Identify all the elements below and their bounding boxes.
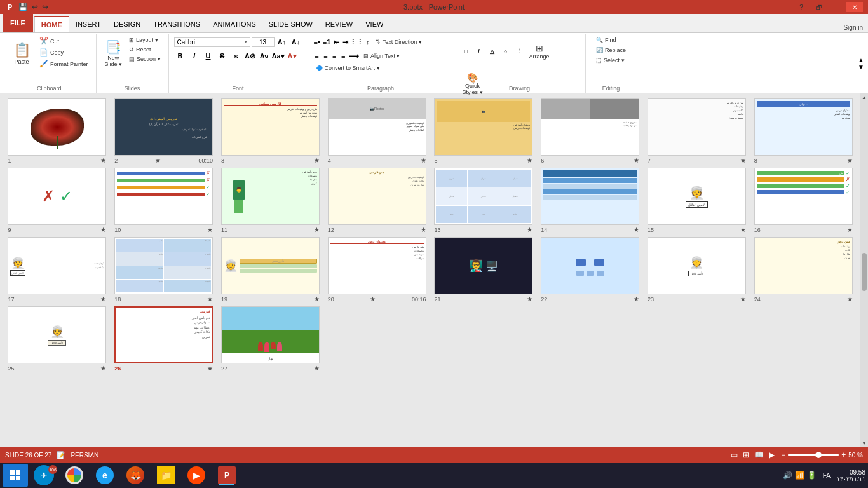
- slide-item[interactable]: متن فارسى توضيحات درسنکات کلیدیمثال و تم…: [325, 168, 429, 233]
- quick-access-undo[interactable]: ↩: [32, 3, 38, 11]
- select-button[interactable]: ⬚Select ▾: [593, 56, 628, 65]
- shape-more[interactable]: ⋮: [513, 45, 526, 58]
- slide-item[interactable]: ✗ ✓ 9 ★: [5, 168, 109, 233]
- slides-panel[interactable]: 1 ★ تدريس المفردات تدريب على القرآن (1) …: [0, 93, 860, 447]
- slide-item[interactable]: فهرست نام دانش آموز عنوان درس مطالب مهم …: [112, 306, 216, 372]
- slide-item[interactable]: محتوای درس متن فارسىتوضيحاتنمونه متنسوال…: [325, 237, 429, 302]
- cut-button[interactable]: ✂️ Cut: [37, 36, 91, 46]
- convert-smartart-button[interactable]: 🔷Convert to SmartArt ▾: [313, 64, 383, 72]
- tab-view[interactable]: VIEW: [359, 16, 390, 32]
- shape-oval[interactable]: ○: [499, 45, 512, 58]
- slide-item[interactable]: 👨 درس آموزشىتوضيحاتمثال هاتمرين 11 ★: [219, 168, 323, 233]
- tab-animations[interactable]: ANIMATIONS: [207, 16, 262, 32]
- tab-insert[interactable]: INSERT: [69, 16, 107, 32]
- paste-button[interactable]: 📋 Paste: [8, 36, 36, 71]
- slide-item[interactable]: تدريس المفردات تدريب على القرآن (1) المف…: [112, 98, 216, 164]
- slide-item[interactable]: محتوای صفحهمتن توضيحات 6 ★: [538, 98, 642, 164]
- slide-item[interactable]: عنوان محتوای درستوضيحات اضافینمونه متن 8…: [751, 98, 855, 164]
- help-button[interactable]: ?: [793, 2, 810, 12]
- text-direction-button[interactable]: ⇅Text Direction ▾: [373, 37, 449, 46]
- zoom-slider[interactable]: [788, 454, 839, 456]
- speaker-icon[interactable]: 🔊: [783, 471, 792, 480]
- taskbar-explorer[interactable]: 📁: [151, 464, 180, 487]
- increase-indent-button[interactable]: ⇥: [341, 36, 349, 48]
- slide-thumb-3[interactable]: فارسى سپاس متن درس و توضيحات فارسىنمونه …: [221, 98, 320, 156]
- slide-thumb-13[interactable]: عنوان عنوان عنوان مقدار مقدار مقدار داده…: [434, 168, 532, 225]
- slide-thumb-14[interactable]: [541, 168, 639, 225]
- scroll-up-arrow[interactable]: ▲: [862, 95, 867, 100]
- slide-item[interactable]: 22 ★: [538, 237, 642, 302]
- slide-item[interactable]: 👳 الأمين الناقل 19 ★: [219, 237, 323, 302]
- minimize-button[interactable]: —: [829, 2, 845, 12]
- shadow-button[interactable]: s: [230, 50, 243, 62]
- language-indicator[interactable]: FA: [820, 471, 833, 480]
- taskbar-media[interactable]: ▶: [182, 464, 211, 487]
- font-name-selector[interactable]: Calibri▾: [174, 37, 250, 47]
- shape-line[interactable]: /: [473, 45, 485, 58]
- format-painter-button[interactable]: 🖌️ Format Painter: [37, 58, 91, 69]
- slide-item[interactable]: 📷 محتوای آموزشیتوضيحات درسی 5 ★: [431, 98, 536, 164]
- character-spacing-button[interactable]: Av: [258, 50, 271, 62]
- taskbar-powerpoint[interactable]: P: [212, 464, 241, 487]
- shape-arrow[interactable]: △: [486, 45, 499, 58]
- sign-in-button[interactable]: Sign in: [838, 23, 868, 32]
- slide-item[interactable]: 📷 Photos توضيحات تصويرىمتن همراه تصويراط…: [325, 98, 429, 164]
- align-left-button[interactable]: ≡: [313, 50, 321, 62]
- close-button[interactable]: ✕: [846, 2, 863, 12]
- slide-item[interactable]: ✓ متن ✗ ✓ ✓: [751, 168, 855, 233]
- font-color-button[interactable]: A▾: [286, 50, 299, 62]
- slide-thumb-21[interactable]: 👨‍🏫 🖥️: [434, 237, 532, 294]
- slide-item[interactable]: 👨‍🏫 🖥️ 21 ★: [431, 237, 536, 302]
- tab-home[interactable]: HOME: [34, 16, 69, 32]
- slide-item[interactable]: داده ۱ داده ۲ داده ۳ داده ۴ داده ۵ داده …: [112, 237, 216, 302]
- underline-button[interactable]: U: [202, 50, 215, 62]
- new-slide-button[interactable]: 📑 New Slide ▾: [102, 36, 126, 71]
- italic-button[interactable]: I: [188, 50, 201, 62]
- replace-button[interactable]: 🔄Replace: [593, 46, 628, 55]
- align-text-button[interactable]: ⊟Align Text ▾: [361, 51, 424, 60]
- slide-item[interactable]: بهار 27 ★: [219, 306, 323, 372]
- network-icon[interactable]: 📶: [795, 471, 804, 480]
- strikethrough-button[interactable]: S: [216, 50, 229, 62]
- slide-thumb-2[interactable]: تدريس المفردات تدريب على القرآن (1) المف…: [114, 98, 213, 156]
- slide-thumb-5[interactable]: 📷 محتوای آموزشیتوضيحات درسی: [434, 98, 532, 156]
- slide-thumb-18[interactable]: داده ۱ داده ۲ داده ۳ داده ۴ داده ۵ داده …: [114, 237, 213, 294]
- slide-thumb-8[interactable]: عنوان محتوای درستوضيحات اضافینمونه متن: [754, 98, 853, 156]
- quick-access-save[interactable]: 💾: [18, 3, 28, 11]
- slide-thumb-4[interactable]: 📷 Photos توضيحات تصويرىمتن همراه تصويراط…: [328, 98, 426, 156]
- slide-item[interactable]: 👳 الأمين الناقل 23 ★: [645, 237, 749, 302]
- section-button[interactable]: ▤Section ▾: [126, 55, 163, 64]
- quick-access-redo[interactable]: ↪: [42, 3, 48, 11]
- tab-transitions[interactable]: TRANSITIONS: [147, 16, 207, 32]
- slide-item[interactable]: 👳 الأمين الناقل 25 ★: [5, 306, 109, 372]
- slide-thumb-1[interactable]: [8, 98, 106, 156]
- align-right-button[interactable]: ≡: [330, 50, 338, 62]
- slide-item[interactable]: عنوان عنوان عنوان مقدار مقدار مقدار داده…: [431, 168, 536, 233]
- zoom-out-button[interactable]: −: [781, 451, 785, 459]
- font-size-input[interactable]: 13: [252, 37, 275, 47]
- slide-item[interactable]: 1 ★: [5, 98, 109, 164]
- decrease-font-button[interactable]: A↓: [290, 36, 302, 48]
- taskbar-firefox[interactable]: 🦊: [121, 464, 150, 487]
- slide-sorter-button[interactable]: ⊞: [742, 449, 750, 461]
- layout-button[interactable]: ⊞Layout ▾: [126, 36, 163, 44]
- taskbar-chrome[interactable]: [60, 464, 89, 487]
- copy-button[interactable]: 📄 Copy: [37, 47, 91, 58]
- align-center-button[interactable]: ≡: [322, 50, 329, 62]
- tab-slideshow[interactable]: SLIDE SHOW: [262, 16, 319, 32]
- taskbar-telegram[interactable]: ✈ 106: [29, 464, 58, 487]
- numbering-button[interactable]: ≡1: [322, 36, 332, 48]
- taskbar-ie[interactable]: e: [90, 464, 119, 487]
- increase-font-button[interactable]: A↑: [276, 36, 288, 48]
- reading-view-button[interactable]: 📖: [753, 449, 765, 461]
- slide-item[interactable]: ✗ ✗ ✓ ✓: [112, 168, 216, 233]
- notes-button[interactable]: 📝: [57, 451, 65, 459]
- battery-icon[interactable]: 🔋: [807, 471, 817, 480]
- rtl-button[interactable]: ⟶: [348, 50, 360, 62]
- slide-thumb-11[interactable]: 👨 درس آموزشىتوضيحاتمثال هاتمرين: [221, 168, 320, 225]
- slide-thumb-24[interactable]: متن درس توضيحاتنکاتمثال هاتمرين: [754, 237, 853, 294]
- slide-thumb-20[interactable]: محتوای درس متن فارسىتوضيحاتنمونه متنسوال…: [328, 237, 426, 294]
- justify-button[interactable]: ≡: [339, 50, 347, 62]
- slide-thumb-10[interactable]: ✗ ✗ ✓ ✓: [114, 168, 213, 225]
- tab-design[interactable]: DESIGN: [107, 16, 147, 32]
